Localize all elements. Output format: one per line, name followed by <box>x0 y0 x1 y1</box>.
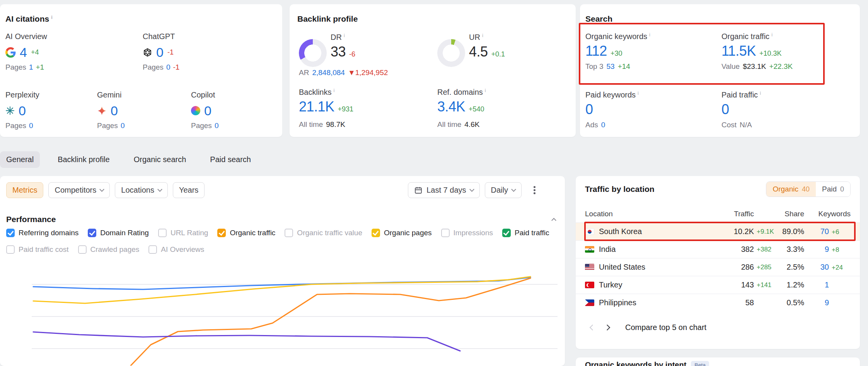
location-row-turkey[interactable]: Turkey143+1411.2%1 <box>576 276 860 294</box>
metric-checkbox-url-rating[interactable]: URL Rating <box>158 229 208 237</box>
checkbox-unchecked-icon[interactable] <box>285 229 293 237</box>
beta-badge: Beta <box>691 361 709 366</box>
next-page-button[interactable] <box>600 320 614 335</box>
location-row-india[interactable]: India382+3823.3%9+8 <box>576 240 860 258</box>
ai-item-perplexity: Perplexity0Pages0 <box>5 91 39 130</box>
backlink-profile-card: Backlink profile DR 33 -6 AR 2,848,084 ▼… <box>290 4 576 137</box>
metric-checkbox-organic-pages[interactable]: Organic pages <box>372 229 432 237</box>
ai-item-name: Perplexity <box>5 91 39 99</box>
ai-item-value[interactable]: 0 <box>111 104 118 117</box>
checkbox-checked-icon[interactable] <box>6 229 15 237</box>
metric-checkbox-paid-traffic-cost[interactable]: Paid traffic cost <box>6 245 69 254</box>
location-keywords[interactable]: 1 <box>804 280 829 289</box>
location-keywords[interactable]: 9 <box>804 245 829 254</box>
dr-donut-chart <box>299 39 327 67</box>
search-cell-value[interactable]: 0 <box>585 102 593 117</box>
location-row-philippines[interactable]: Philippines580.5%9 <box>576 294 860 311</box>
ai-item-value[interactable]: 0 <box>204 104 211 117</box>
location-row-united-states[interactable]: United States286+2852.5%30+24 <box>576 258 860 276</box>
metric-checkbox-paid-traffic[interactable]: Paid traffic <box>502 229 549 237</box>
pages-value[interactable]: 0 <box>121 121 125 130</box>
search-cell-subvalue: Top 3 <box>585 62 603 71</box>
metric-label: AI Overviews <box>161 245 204 254</box>
ref-domains-delta: +540 <box>469 105 484 113</box>
location-keywords[interactable]: 9 <box>804 298 829 307</box>
backlinks-value[interactable]: 21.1K <box>299 99 334 114</box>
metric-checkbox-ai-overviews[interactable]: AI Overviews <box>148 245 204 254</box>
pages-value[interactable]: 0 <box>166 63 171 72</box>
backlinks-alltime-label: All time <box>299 120 323 129</box>
metric-checkbox-referring-domains[interactable]: Referring domains <box>6 229 78 237</box>
toolbar-button-competitors[interactable]: Competitors <box>48 182 110 198</box>
pages-delta: -1 <box>173 63 179 72</box>
metric-checkbox-impressions[interactable]: Impressions <box>441 229 493 237</box>
granularity-button[interactable]: Daily <box>485 182 522 198</box>
location-keywords[interactable]: 70 <box>804 227 829 236</box>
location-traffic: 10.2K <box>715 227 754 236</box>
search-cell-label: Paid traffic <box>721 91 761 99</box>
gemini-icon <box>97 106 107 116</box>
ref-domains-value[interactable]: 3.4K <box>437 99 465 114</box>
checkbox-checked-icon[interactable] <box>372 229 380 237</box>
metric-label: Organic pages <box>384 229 432 237</box>
toggle-organic[interactable]: Organic40 <box>766 182 816 197</box>
performance-line-chart[interactable] <box>31 269 559 366</box>
pages-value[interactable]: 1 <box>29 63 33 72</box>
ar-value[interactable]: 2,848,084 <box>312 68 345 77</box>
tab-organic-search[interactable]: Organic search <box>128 151 193 168</box>
tab-backlink-profile[interactable]: Backlink profile <box>51 151 116 168</box>
tab-paid-search[interactable]: Paid search <box>204 151 257 168</box>
search-cell-subvalue: 53 <box>606 62 614 71</box>
chevron-right-icon <box>604 324 610 330</box>
keywords-by-intent-title: Organic keywords by intent <box>585 361 686 366</box>
collapse-section-icon[interactable] <box>551 218 556 223</box>
toggle-paid[interactable]: Paid0 <box>816 182 850 197</box>
pages-value[interactable]: 0 <box>215 121 219 130</box>
toolbar-button-metrics[interactable]: Metrics <box>6 182 43 198</box>
search-cell-value[interactable]: 112 <box>585 44 607 58</box>
checkbox-unchecked-icon[interactable] <box>78 245 87 254</box>
location-share: 1.2% <box>776 280 804 289</box>
checkbox-checked-icon[interactable] <box>88 229 96 237</box>
search-cell-subvalue: N/A <box>740 121 752 129</box>
checkbox-checked-icon[interactable] <box>217 229 226 237</box>
checkbox-unchecked-icon[interactable] <box>158 229 167 237</box>
pages-label: Pages <box>191 121 212 130</box>
ai-item-value[interactable]: 0 <box>19 104 26 117</box>
checkbox-unchecked-icon[interactable] <box>148 245 157 254</box>
compare-top5-link[interactable]: Compare top 5 on chart <box>625 323 706 332</box>
metric-checkbox-organic-traffic[interactable]: Organic traffic <box>217 229 275 237</box>
pages-label: Pages <box>143 63 164 72</box>
organic-paid-toggle: Organic40Paid0 <box>766 181 851 197</box>
metric-checkbox-crawled-pages[interactable]: Crawled pages <box>78 245 140 254</box>
pages-value[interactable]: 0 <box>29 121 33 130</box>
search-cell-value[interactable]: 0 <box>721 102 729 117</box>
metric-checkbox-domain-rating[interactable]: Domain Rating <box>88 229 149 237</box>
toolbar-button-locations[interactable]: Locations <box>115 182 168 198</box>
toolbar-button-label: Locations <box>121 186 154 195</box>
date-range-button[interactable]: Last 7 days <box>408 182 479 198</box>
more-options-button[interactable] <box>527 182 542 198</box>
ai-item-name: AI Overview <box>5 32 47 41</box>
metric-toggles-row-2: Paid traffic costCrawled pagesAI Overvie… <box>6 245 204 254</box>
location-traffic-delta: +141 <box>754 281 776 289</box>
ai-item-value[interactable]: 4 <box>20 46 27 59</box>
search-cell-paid-keywords: Paid keywords0Ads0 <box>585 91 639 129</box>
toolbar-left: MetricsCompetitorsLocationsYears <box>6 182 205 198</box>
performance-title: Performance <box>6 215 56 224</box>
location-name: Turkey <box>599 280 622 289</box>
ai-item-value[interactable]: 0 <box>156 46 164 59</box>
tab-general[interactable]: General <box>0 151 40 168</box>
location-traffic: 143 <box>715 280 754 289</box>
search-cell-value[interactable]: 11.5K <box>721 44 756 58</box>
metric-label: Paid traffic cost <box>19 245 69 254</box>
previous-page-button[interactable] <box>585 320 600 335</box>
checkbox-unchecked-icon[interactable] <box>6 245 15 254</box>
metric-checkbox-organic-traffic-value[interactable]: Organic traffic value <box>285 229 362 237</box>
search-cell-subvalue: $23.1K <box>743 62 766 71</box>
location-row-south-korea[interactable]: South Korea10.2K+9.1K89.0%70+6 <box>576 222 860 240</box>
checkbox-checked-icon[interactable] <box>502 229 511 237</box>
checkbox-unchecked-icon[interactable] <box>441 229 450 237</box>
location-keywords[interactable]: 30 <box>804 263 829 272</box>
toolbar-button-years[interactable]: Years <box>173 182 205 198</box>
